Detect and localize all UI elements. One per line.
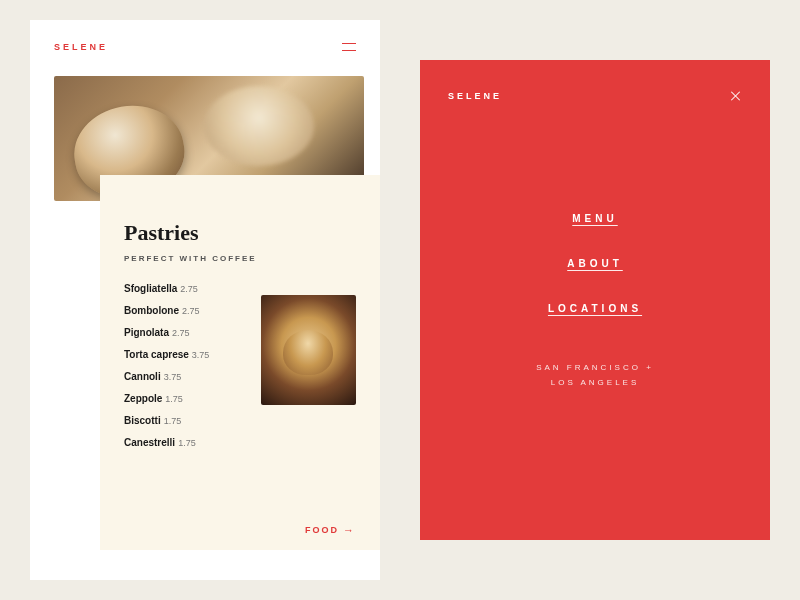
- nav-overlay-card: SELENE MENU ABOUT LOCATIONS SAN FRANCISC…: [420, 60, 770, 540]
- left-header: SELENE: [54, 42, 356, 52]
- item-name: Sfogliatella: [124, 283, 177, 294]
- item-name: Biscotti: [124, 415, 161, 426]
- item-name: Cannoli: [124, 371, 161, 382]
- content-panel: Pastries PERFECT WITH COFFEE Sfogliatell…: [100, 175, 380, 550]
- list-item: Sfogliatella2.75: [124, 283, 380, 294]
- right-header: SELENE: [448, 90, 742, 102]
- item-price: 2.75: [172, 328, 190, 338]
- section-subtitle: PERFECT WITH COFFEE: [124, 254, 380, 263]
- locations-line: LOS ANGELES: [420, 375, 770, 390]
- locations-caption: SAN FRANCISCO + LOS ANGELES: [420, 360, 770, 390]
- list-item: Biscotti1.75: [124, 415, 380, 426]
- item-name: Canestrelli: [124, 437, 175, 448]
- locations-line: SAN FRANCISCO +: [420, 360, 770, 375]
- item-price: 3.75: [192, 350, 210, 360]
- close-icon[interactable]: [730, 90, 742, 102]
- item-price: 2.75: [180, 284, 198, 294]
- food-link[interactable]: FOOD →: [305, 524, 356, 536]
- item-price: 1.75: [178, 438, 196, 448]
- item-price: 2.75: [182, 306, 200, 316]
- arrow-right-icon: →: [343, 524, 356, 536]
- nav-item-about[interactable]: ABOUT: [561, 255, 629, 272]
- list-item: Canestrelli1.75: [124, 437, 380, 448]
- item-name: Torta caprese: [124, 349, 189, 360]
- menu-page-card: SELENE Pastries PERFECT WITH COFFEE Sfog…: [30, 20, 380, 580]
- item-price: 1.75: [165, 394, 183, 404]
- pastry-detail-image: [261, 295, 356, 405]
- nav-list: MENU ABOUT LOCATIONS: [420, 210, 770, 317]
- item-price: 1.75: [164, 416, 182, 426]
- nav-item-locations[interactable]: LOCATIONS: [542, 300, 648, 317]
- food-link-label: FOOD: [305, 525, 339, 535]
- brand-logo[interactable]: SELENE: [54, 42, 108, 52]
- nav-item-menu[interactable]: MENU: [566, 210, 623, 227]
- item-name: Bombolone: [124, 305, 179, 316]
- brand-logo[interactable]: SELENE: [448, 91, 502, 101]
- item-name: Zeppole: [124, 393, 162, 404]
- item-name: Pignolata: [124, 327, 169, 338]
- hamburger-icon[interactable]: [342, 43, 356, 51]
- item-price: 3.75: [164, 372, 182, 382]
- section-title: Pastries: [124, 220, 380, 246]
